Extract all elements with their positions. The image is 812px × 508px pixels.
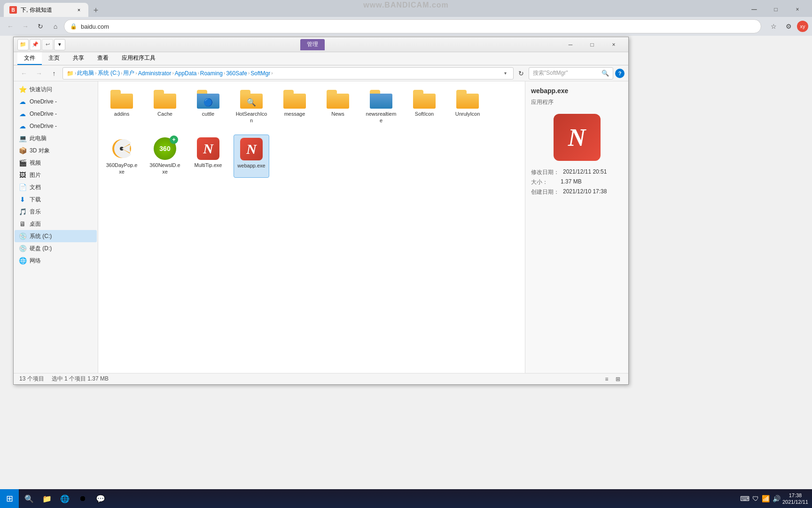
breadcrumb-dropdown-btn[interactable]: ▾ (501, 69, 509, 78)
folder-icon-newsrealtieme (370, 90, 392, 109)
browser-nav: ← → ↻ ⌂ 🔒 baidu.com ☆ ⚙ xy (0, 17, 812, 36)
computer-icon: 💻 (18, 135, 27, 142)
crumb-360safe[interactable]: 360Safe (226, 70, 247, 77)
file-item-addins[interactable]: addins (104, 87, 140, 127)
manage-tab[interactable]: 管理 (300, 39, 325, 50)
file-item-360daypop[interactable]: 360DayPop.exe (104, 135, 140, 178)
active-tab[interactable]: B 下, 你就知道 × (4, 3, 88, 17)
title-quick-access: 📁 📌 ↩ ▾ (17, 39, 65, 50)
search-submit-btn[interactable]: 🔍 (601, 70, 609, 77)
taskbar-search-btn[interactable]: 🔍 (21, 490, 38, 507)
address-url: baidu.com (81, 23, 755, 30)
nav-up-btn[interactable]: ↑ (47, 67, 61, 80)
explorer-toolbar: ← → ↑ 📁 › 此电脑 › 系统 (C:) › 用户 › Administr… (14, 65, 628, 81)
file-item-webapp[interactable]: N webapp.exe (234, 135, 269, 178)
crumb-appdata[interactable]: AppData (175, 70, 197, 77)
sidebar-item-music[interactable]: 🎵 音乐 (15, 206, 97, 218)
sidebar-item-3dobjects[interactable]: 📦 3D 对象 (15, 144, 97, 157)
start-button[interactable]: ⊞ (0, 489, 19, 508)
nav-back-btn[interactable]: ← (17, 67, 31, 80)
file-item-news[interactable]: News (320, 87, 356, 127)
file-item-newsrealtieme[interactable]: newsrealtieme (363, 87, 399, 127)
taskbar-browser-btn[interactable]: 🌐 (56, 490, 73, 507)
file-item-cache[interactable]: Cache (147, 87, 183, 127)
crumb-roaming[interactable]: Roaming (200, 70, 223, 77)
toolbar-refresh-btn[interactable]: ↻ (515, 68, 527, 79)
tab-view[interactable]: 查看 (91, 52, 115, 65)
crumb-softmgr[interactable]: SoftMgr (250, 70, 270, 77)
file-item-unrulyicon[interactable]: UnrulyIcon (450, 87, 485, 127)
sidebar-item-onedrive3[interactable]: ☁ OneDrive - (15, 120, 97, 132)
tray-network-icon[interactable]: 📶 (762, 495, 770, 502)
breadcrumb-bar[interactable]: 📁 › 此电脑 › 系统 (C:) › 用户 › Administrator ›… (62, 67, 514, 79)
explorer-maximize-btn[interactable]: □ (581, 37, 603, 52)
sidebar-item-drived[interactable]: 💿 硬盘 (D:) (15, 242, 97, 254)
sidebar-item-onedrive2[interactable]: ☁ OneDrive - (15, 108, 97, 120)
ribbon-tabs: 文件 主页 共享 查看 应用程序工具 (14, 52, 628, 65)
sidebar-item-documents[interactable]: 📄 文档 (15, 181, 97, 193)
bookmark-btn[interactable]: ☆ (767, 20, 780, 33)
folder-icon-btn[interactable]: 📁 (17, 39, 29, 50)
sidebar-item-downloads[interactable]: ⬇ 下载 (15, 193, 97, 206)
address-bar[interactable]: 🔒 baidu.com (64, 19, 761, 33)
file-item-message[interactable]: message (277, 87, 312, 127)
sidebar-item-quickaccess[interactable]: ⭐ 快速访问 (15, 83, 97, 95)
file-item-360newsl[interactable]: 360 + 360NewslD.exe (147, 135, 183, 178)
file-item-hotsearchicon[interactable]: 🔍 HotSearchIcon (234, 87, 269, 127)
sidebar-item-network[interactable]: 🌐 网络 (15, 254, 97, 267)
tab-share[interactable]: 共享 (66, 52, 91, 65)
tab-app-tools[interactable]: 应用程序工具 (115, 52, 162, 65)
status-selected: 选中 1 个项目 1.37 MB (52, 375, 109, 383)
crumb-users[interactable]: 用户 (123, 69, 134, 77)
taskbar-media-btn[interactable]: ⏺ (74, 490, 91, 507)
crumb-thispc[interactable]: 此电脑 (77, 69, 94, 77)
search-bar[interactable]: 搜索"SoftMgr" 🔍 (529, 67, 613, 79)
crumb-system[interactable]: 系统 (C:) (98, 69, 120, 77)
documents-icon: 📄 (18, 183, 27, 191)
tray-sound-icon[interactable]: 🔊 (773, 495, 781, 502)
nav-forward-btn[interactable]: → (32, 67, 46, 80)
home-btn[interactable]: ⌂ (49, 20, 62, 33)
tray-keyboard-icon[interactable]: ⌨ (740, 495, 750, 502)
folder-icon-addins (110, 90, 133, 109)
refresh-btn[interactable]: ↻ (34, 20, 47, 33)
pin-btn[interactable]: 📌 (30, 39, 41, 50)
file-item-cuttle[interactable]: 🔵 cuttle (190, 87, 226, 127)
new-tab-btn[interactable]: + (89, 4, 102, 17)
tab-file[interactable]: 文件 (17, 52, 42, 65)
help-btn[interactable]: ? (615, 69, 625, 78)
undo-btn[interactable]: ↩ (42, 39, 53, 50)
list-view-btn[interactable]: ≡ (602, 374, 611, 384)
tab-favicon: B (9, 6, 17, 14)
browser-maximize-btn[interactable]: □ (765, 2, 787, 17)
explorer-close-btn[interactable]: × (603, 37, 625, 52)
file-item-softicon[interactable]: SoftIcon (406, 87, 442, 127)
grid-view-btn[interactable]: ⊞ (613, 374, 623, 384)
explorer-minimize-btn[interactable]: ─ (560, 37, 581, 52)
sidebar-item-desktop[interactable]: 🖥 桌面 (15, 218, 97, 230)
browser-minimize-btn[interactable]: ─ (743, 2, 765, 17)
tab-home[interactable]: 主页 (42, 52, 66, 65)
chevron-down-btn[interactable]: ▾ (54, 39, 65, 50)
sidebar-item-thispc[interactable]: 💻 此电脑 (15, 132, 97, 144)
browser-close-btn[interactable]: × (787, 2, 808, 17)
file-item-multitip[interactable]: N MultiTip.exe (190, 135, 226, 178)
profile-btn[interactable]: xy (797, 21, 808, 32)
sidebar-item-pictures[interactable]: 🖼 图片 (15, 169, 97, 181)
taskbar-chat-btn[interactable]: 💬 (92, 490, 109, 507)
sidebar-item-onedrive1[interactable]: ☁ OneDrive - (15, 95, 97, 108)
tray-security-icon[interactable]: 🛡 (752, 495, 759, 502)
extensions-btn[interactable]: ⚙ (782, 20, 795, 33)
crumb-admin[interactable]: Administrator (138, 70, 172, 77)
taskbar-files-btn[interactable]: 📁 (39, 490, 55, 507)
tab-close-btn[interactable]: × (75, 6, 83, 14)
tray-datetime[interactable]: 17:38 2021/12/11 (782, 492, 808, 506)
sidebar-item-video[interactable]: 🎬 视频 (15, 157, 97, 169)
folder-icon-cache (154, 90, 176, 109)
drive-d-icon: 💿 (18, 245, 27, 252)
sidebar-item-systemc[interactable]: 💿 系统 (C:) (15, 230, 97, 242)
desktop-icon: 🖥 (18, 220, 27, 228)
back-btn[interactable]: ← (4, 20, 17, 33)
forward-btn[interactable]: → (19, 20, 32, 33)
cloud-icon2: ☁ (18, 110, 27, 118)
